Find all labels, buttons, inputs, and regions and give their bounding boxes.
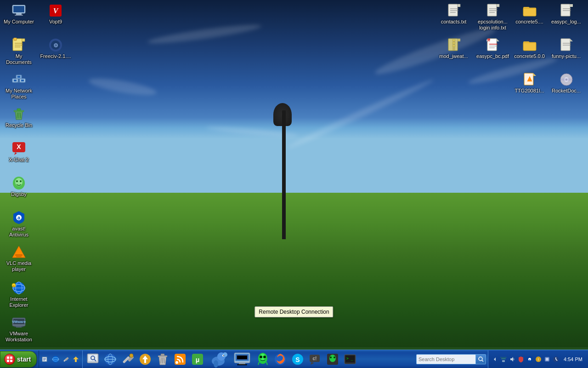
svg-rect-53: [448, 4, 458, 16]
ql-arrow[interactable]: [71, 355, 80, 364]
start-label: start: [17, 356, 31, 363]
dock-rdp[interactable]: [231, 351, 254, 368]
svg-text:⚙: ⚙: [53, 42, 58, 49]
desktop-icon-avast[interactable]: a avast! Antivirus: [2, 209, 35, 239]
desktop-icon-vmware[interactable]: VMware VMware Workstation: [2, 314, 35, 344]
desktop-icon-freeciv[interactable]: ⚙ Freeciv-2.1....: [39, 37, 72, 60]
tray-show-hidden[interactable]: [491, 356, 498, 363]
dock-torrent[interactable]: μ: [189, 351, 206, 368]
tray-misc2-icon[interactable]: [543, 356, 551, 363]
tray-misc3-icon[interactable]: [552, 356, 560, 363]
desktop-icon-rocketdoc[interactable]: RocketDoc...: [549, 71, 583, 95]
desktop-icon-my-documents[interactable]: My Documents: [2, 37, 35, 66]
svg-rect-147: [238, 356, 246, 359]
svg-rect-68: [570, 4, 573, 7]
dock-terminal[interactable]: > _: [342, 351, 358, 368]
dock-arrow[interactable]: [137, 351, 153, 368]
dock-trash[interactable]: [154, 351, 171, 368]
my-documents-icon: [11, 38, 26, 52]
dock-apps: μ: [83, 351, 360, 368]
rocketdoc-icon: [559, 72, 574, 87]
dock-globe[interactable]: [102, 351, 119, 368]
search-bar: [416, 354, 486, 364]
desktop-icon-my-computer[interactable]: My Computer: [2, 2, 35, 26]
svg-text:S: S: [296, 356, 300, 363]
avast-tray-icon: a: [526, 356, 533, 363]
svg-rect-98: [7, 356, 9, 359]
svg-rect-73: [458, 39, 460, 41]
dock-firefox[interactable]: [272, 351, 288, 368]
search-input[interactable]: [416, 354, 476, 364]
desktop-icon-easypc-log[interactable]: easypc_log...: [549, 2, 583, 26]
tray-volume-icon[interactable]: [509, 356, 516, 363]
svg-point-137: [214, 360, 218, 368]
svg-rect-99: [10, 356, 12, 359]
search-icon: [478, 356, 484, 362]
network-tray-icon: [500, 356, 507, 363]
ql-show-desktop[interactable]: [41, 355, 50, 364]
desktop-icon-easypc-pdf[interactable]: PDF easypc_bc.pdf: [475, 37, 510, 60]
tray-network-icon[interactable]: [500, 356, 507, 363]
desktop-icon-contacts-txt[interactable]: contacts.txt: [436, 2, 471, 26]
dock-alien[interactable]: [254, 351, 271, 368]
tray-misc1-icon[interactable]: !: [535, 356, 542, 363]
dock-alien2[interactable]: [324, 351, 341, 368]
shield-icon: [517, 356, 525, 363]
desktop-icon-funny-pict[interactable]: funny-pictu...: [549, 37, 583, 60]
rocketdoc-label: RocketDoc...: [552, 88, 581, 94]
epcsolution-label: epcsolution...login info.txt: [478, 19, 508, 31]
ie-icon: e: [11, 281, 26, 295]
svg-marker-173: [510, 357, 513, 362]
ql-tools[interactable]: [61, 355, 70, 364]
desktop-icon-epcsolution[interactable]: epcsolution...login info.txt: [475, 2, 510, 32]
svg-text:a: a: [17, 215, 21, 220]
svg-rect-51: [16, 326, 22, 328]
concrete5-0-icon: [522, 38, 537, 52]
freeciv-icon: ⚙: [48, 38, 63, 52]
dock-chat[interactable]: c!: [307, 351, 323, 368]
svg-rect-65: [523, 8, 536, 16]
ttg200811-icon: [522, 72, 537, 87]
dock-finder[interactable]: [85, 351, 101, 368]
ql-ie[interactable]: [51, 355, 60, 364]
desktop-icon-ttg200811[interactable]: TTG20081l...: [512, 71, 547, 95]
svg-rect-12: [14, 38, 17, 40]
recycle-bin-icon: [11, 107, 26, 121]
desktop-icon-recycle-bin[interactable]: Recycle Bin: [2, 106, 35, 129]
dock-bird[interactable]: [207, 351, 230, 368]
search-button[interactable]: [476, 354, 486, 364]
desktop-icon-vopt9[interactable]: V Vopt9: [39, 2, 72, 26]
mod-jweat-icon: [447, 38, 461, 52]
start-orb: [4, 354, 15, 365]
desktop-icon-mod-jweat[interactable]: mod_jweat...: [436, 37, 471, 60]
easypc-pdf-icon: PDF: [486, 38, 500, 52]
xchat-label: X-Chat 2: [9, 157, 28, 163]
dock-tools[interactable]: [119, 351, 136, 368]
svg-text:> _: > _: [346, 356, 353, 361]
desktop-icon-network-places[interactable]: My Network Places: [2, 71, 35, 101]
easypc-log-label: easypc_log...: [551, 19, 581, 25]
dock-skype[interactable]: S: [289, 351, 306, 368]
svg-rect-23: [17, 76, 20, 78]
desktop-icon-xchat2[interactable]: X X-Chat 2: [2, 140, 35, 164]
dock-rss[interactable]: [172, 351, 188, 368]
desktop-icon-concrete5-folder[interactable]: concrete5....: [512, 2, 547, 26]
tray-avast-icon[interactable]: a: [526, 356, 533, 363]
system-clock[interactable]: 4:54 PM: [561, 356, 585, 362]
desktop-icon-concrete5-0[interactable]: concrete5.0.0: [512, 37, 547, 60]
network-places-label: My Network Places: [3, 88, 34, 100]
svg-rect-66: [561, 4, 570, 16]
svg-rect-61: [497, 4, 499, 7]
svg-rect-171: [501, 358, 506, 359]
svg-rect-75: [452, 40, 455, 41]
svg-text:PDF: PDF: [486, 39, 491, 42]
desktop-icon-vlc[interactable]: VLC media player: [2, 244, 35, 273]
vlc-icon: [11, 245, 26, 259]
desktop-icon-ie[interactable]: e Internet Explorer: [2, 280, 35, 309]
svg-point-162: [330, 356, 332, 358]
start-button[interactable]: start: [0, 351, 37, 368]
tray-security-icon[interactable]: [517, 356, 525, 363]
vmware-icon: VMware: [11, 315, 26, 330]
desktop-icon-digsby[interactable]: Digsby: [2, 175, 35, 198]
svg-rect-59: [487, 4, 497, 16]
